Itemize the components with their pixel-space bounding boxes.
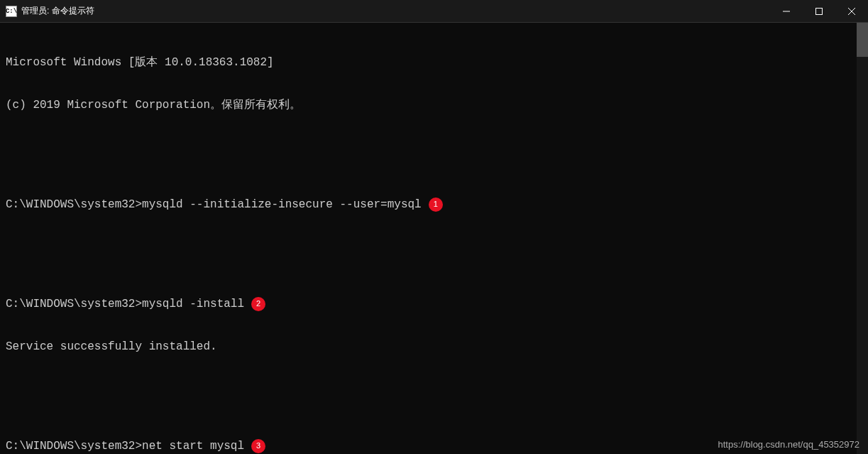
svg-rect-1 <box>816 8 823 14</box>
window-controls <box>770 0 868 22</box>
header-line-2: (c) 2019 Microsoft Corporation。保留所有权利。 <box>6 98 862 112</box>
titlebar: C:\ 管理员: 命令提示符 <box>0 0 868 23</box>
annotation-badge-2: 2 <box>251 297 265 311</box>
maximize-icon <box>815 8 823 15</box>
command: net start mysql <box>142 439 244 453</box>
cmd-line-1: C:\WINDOWS\system32>mysqld --initialize-… <box>6 198 862 212</box>
prompt: C:\WINDOWS\system32> <box>6 297 142 311</box>
window-title: 管理员: 命令提示符 <box>21 5 94 17</box>
blank-line <box>6 141 862 155</box>
annotation-badge-1: 1 <box>429 198 443 212</box>
command: mysqld -install <box>142 297 244 311</box>
header-line-1: Microsoft Windows [版本 10.0.18363.1082] <box>6 55 862 70</box>
prompt: C:\WINDOWS\system32> <box>6 439 142 453</box>
close-icon <box>848 8 855 15</box>
watermark-text: https://blog.csdn.net/qq_45352972 <box>718 439 860 450</box>
blank-line <box>6 240 862 254</box>
scrollbar-thumb[interactable] <box>857 23 868 57</box>
close-button[interactable] <box>835 0 868 22</box>
blank-line <box>6 382 862 396</box>
prompt: C:\WINDOWS\system32> <box>6 198 142 212</box>
terminal-area[interactable]: Microsoft Windows [版本 10.0.18363.1082] (… <box>0 23 868 454</box>
output-line: Service successfully installed. <box>6 340 862 354</box>
title-left: C:\ 管理员: 命令提示符 <box>6 5 94 17</box>
annotation-badge-3: 3 <box>251 439 265 453</box>
maximize-button[interactable] <box>803 0 835 22</box>
minimize-button[interactable] <box>770 0 803 22</box>
minimize-icon <box>783 8 790 15</box>
vertical-scrollbar[interactable] <box>857 23 868 454</box>
cmd-line-2: C:\WINDOWS\system32>mysqld -install 2 <box>6 297 862 311</box>
cmd-app-icon: C:\ <box>6 6 17 17</box>
command: mysqld --initialize-insecure --user=mysq… <box>142 198 422 212</box>
